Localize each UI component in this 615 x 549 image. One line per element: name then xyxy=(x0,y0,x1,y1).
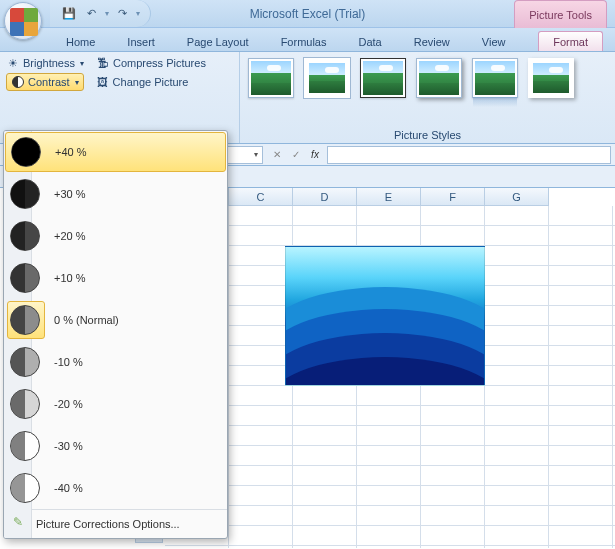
brightness-button[interactable]: ☀ Brightness ▾ xyxy=(6,56,84,70)
quick-access-toolbar: 💾 ↶ ▾ ↷ ▾ xyxy=(50,0,151,27)
contrast-circle-icon xyxy=(10,305,40,335)
picture-style-thumb[interactable] xyxy=(416,58,462,98)
contrast-option[interactable]: -20 % xyxy=(4,383,227,425)
chevron-down-icon: ▾ xyxy=(80,59,84,68)
tab-view[interactable]: View xyxy=(468,32,520,51)
tab-home[interactable]: Home xyxy=(52,32,109,51)
contrast-circle-icon xyxy=(10,347,40,377)
picture-styles-group-label: Picture Styles xyxy=(240,129,615,141)
contrast-icon xyxy=(11,75,25,89)
contrast-circle-icon xyxy=(10,179,40,209)
contrast-option[interactable]: +10 % xyxy=(4,257,227,299)
contrast-option[interactable]: -30 % xyxy=(4,425,227,467)
tab-review[interactable]: Review xyxy=(400,32,464,51)
chevron-down-icon[interactable]: ▾ xyxy=(254,150,258,159)
contrast-label: Contrast xyxy=(28,76,70,88)
contrast-option-label: -20 % xyxy=(54,398,83,410)
ribbon-tabs: Home Insert Page Layout Formulas Data Re… xyxy=(0,28,615,52)
cancel-formula-icon: ✕ xyxy=(269,147,285,163)
column-header[interactable]: E xyxy=(357,188,421,206)
contrast-option[interactable]: +20 % xyxy=(4,215,227,257)
tab-data[interactable]: Data xyxy=(344,32,395,51)
picture-style-thumb[interactable] xyxy=(304,58,350,98)
contrast-circle-icon xyxy=(10,389,40,419)
picture-styles-gallery[interactable] xyxy=(246,56,609,100)
change-picture-label: Change Picture xyxy=(113,76,189,88)
column-header[interactable]: G xyxy=(485,188,549,206)
contrast-circle-icon xyxy=(10,263,40,293)
column-header[interactable]: C xyxy=(229,188,293,206)
contrast-circle-icon xyxy=(11,137,41,167)
chevron-down-icon: ▾ xyxy=(75,78,79,87)
contrast-option[interactable]: +40 % xyxy=(5,132,226,172)
contrast-option-label: -30 % xyxy=(54,440,83,452)
picture-style-thumb[interactable] xyxy=(248,58,294,98)
contrast-option-label: +20 % xyxy=(54,230,86,242)
enter-formula-icon: ✓ xyxy=(288,147,304,163)
brightness-icon: ☀ xyxy=(6,56,20,70)
contrast-dropdown: +40 %+30 %+20 %+10 %0 % (Normal)-10 %-20… xyxy=(3,130,228,539)
office-button[interactable] xyxy=(4,2,44,42)
contrast-button[interactable]: Contrast ▾ xyxy=(6,73,84,91)
picture-corrections-options[interactable]: Picture Corrections Options... xyxy=(4,510,227,538)
tab-insert[interactable]: Insert xyxy=(113,32,169,51)
picture-style-thumb[interactable] xyxy=(528,58,574,98)
contrast-option[interactable]: 0 % (Normal) xyxy=(4,299,227,341)
picture-style-thumb[interactable] xyxy=(472,58,518,98)
contrast-option[interactable]: -40 % xyxy=(4,467,227,509)
picture-style-thumb[interactable] xyxy=(360,58,406,98)
save-button[interactable]: 💾 xyxy=(60,5,78,23)
tab-page-layout[interactable]: Page Layout xyxy=(173,32,263,51)
column-header[interactable]: D xyxy=(293,188,357,206)
title-bar: 💾 ↶ ▾ ↷ ▾ Microsoft Excel (Trial) Pictur… xyxy=(0,0,615,28)
redo-button[interactable]: ↷ xyxy=(113,5,131,23)
group-picture-styles: Picture Styles xyxy=(240,52,615,143)
contrast-option-label: 0 % (Normal) xyxy=(54,314,119,326)
formula-input[interactable] xyxy=(327,146,611,164)
tab-formulas[interactable]: Formulas xyxy=(267,32,341,51)
compress-label: Compress Pictures xyxy=(113,57,206,69)
change-picture-icon: 🖼 xyxy=(96,75,110,89)
office-logo-icon xyxy=(4,2,42,40)
insert-function-button[interactable]: fx xyxy=(307,147,323,163)
contrast-circle-icon xyxy=(10,431,40,461)
undo-button[interactable]: ↶ xyxy=(82,5,100,23)
embedded-picture[interactable] xyxy=(285,246,485,386)
change-picture-button[interactable]: 🖼 Change Picture xyxy=(96,75,189,89)
contrast-option[interactable]: -10 % xyxy=(4,341,227,383)
contrast-option-label: -40 % xyxy=(54,482,83,494)
contrast-circle-icon xyxy=(10,473,40,503)
compress-pictures-button[interactable]: 🗜 Compress Pictures xyxy=(96,56,206,70)
column-header[interactable]: F xyxy=(421,188,485,206)
contrast-option-label: +30 % xyxy=(54,188,86,200)
contextual-tab-group-label: Picture Tools xyxy=(514,0,607,28)
contrast-option-label: +40 % xyxy=(55,146,87,158)
brightness-label: Brightness xyxy=(23,57,75,69)
tab-format[interactable]: Format xyxy=(538,31,603,51)
contrast-option-label: +10 % xyxy=(54,272,86,284)
qat-customize-caret-icon[interactable]: ▾ xyxy=(135,9,140,18)
contrast-circle-icon xyxy=(10,221,40,251)
qat-caret-icon: ▾ xyxy=(104,9,109,18)
contrast-option-label: -10 % xyxy=(54,356,83,368)
options-icon xyxy=(12,516,28,532)
contrast-option[interactable]: +30 % xyxy=(4,173,227,215)
picture-corrections-options-label: Picture Corrections Options... xyxy=(36,518,180,530)
compress-icon: 🗜 xyxy=(96,56,110,70)
